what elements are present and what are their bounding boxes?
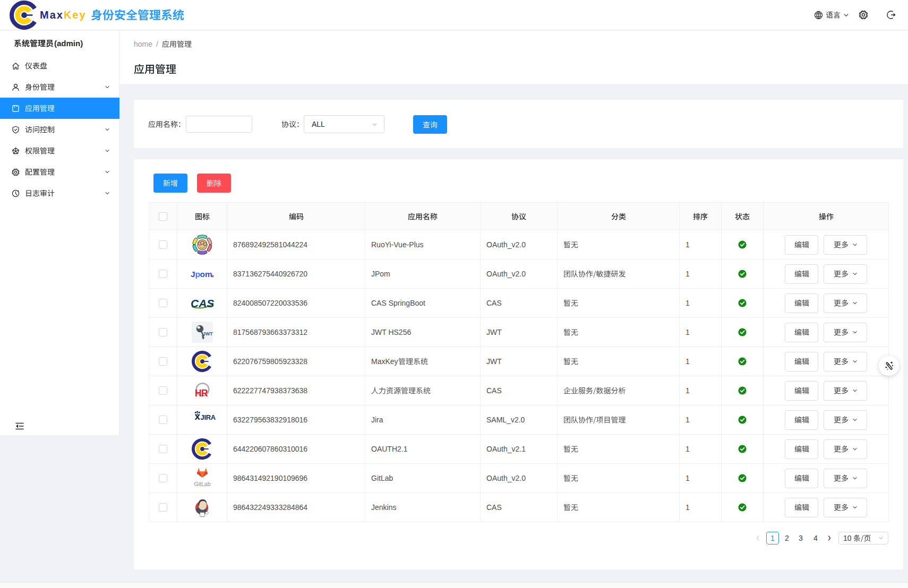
svg-text:J: J (191, 270, 195, 279)
svg-text:om: om (200, 270, 212, 279)
svg-text:JWT: JWT (203, 331, 213, 336)
svg-text:CAS: CAS (191, 297, 214, 309)
svg-text:R: R (201, 388, 208, 399)
svg-text:H: H (195, 388, 202, 399)
svg-text:JIRA: JIRA (200, 413, 216, 421)
svg-text:GitLab: GitLab (194, 481, 210, 487)
